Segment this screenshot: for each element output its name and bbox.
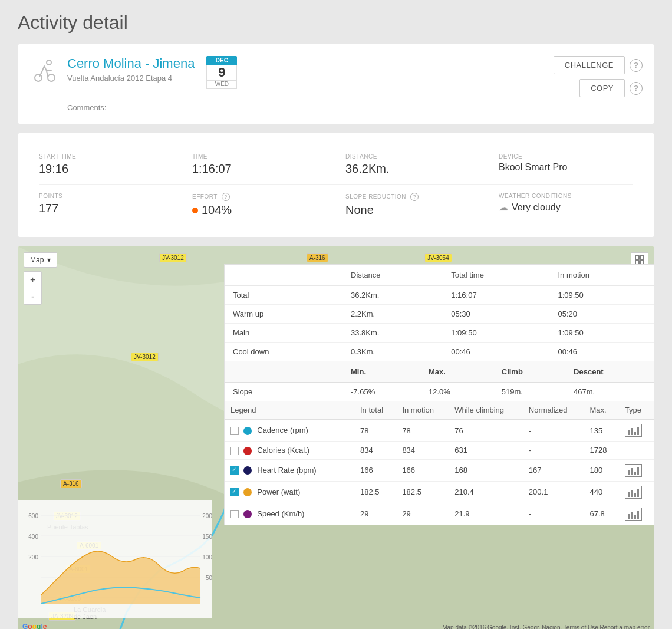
map-controls: Map ▾ xyxy=(24,252,57,268)
legend-normalized-3: 200.1 xyxy=(523,481,584,503)
legend-checkbox-3[interactable] xyxy=(230,488,239,496)
svg-rect-6 xyxy=(635,256,639,259)
legend-col-climbing: While climbing xyxy=(449,401,523,420)
map-type-label: Map xyxy=(30,256,44,264)
slope-help[interactable]: ? xyxy=(410,193,419,201)
slope-row: Slope -7.65% 12.0% 519m. 467m. xyxy=(225,383,654,401)
legend-col-type: Type xyxy=(619,401,654,420)
road-label-jv3012-top: JV-3012 xyxy=(159,253,187,262)
time-value: 1:16:07 xyxy=(192,162,327,176)
zoom-in-button[interactable]: + xyxy=(24,272,41,288)
distance-row-3: Cool down 0.3Km. 00:46 00:46 xyxy=(225,343,654,361)
legend-motion-3: 182.5 xyxy=(396,481,449,503)
page-wrapper: Activity detail Cerro Molina - Jimena Vu… xyxy=(0,0,672,629)
legend-checkbox-4[interactable] xyxy=(230,510,239,518)
segment-distance: 0.3Km. xyxy=(342,343,443,361)
chart-icon-4[interactable] xyxy=(625,508,642,521)
legend-col-max: Max. xyxy=(584,401,619,420)
legend-climbing-2: 168 xyxy=(449,459,523,481)
cyclist-icon xyxy=(29,56,59,85)
challenge-button[interactable]: CHALLENGE xyxy=(554,56,625,74)
activity-subtitle: Vuelta Andalucía 2012 Etapa 4 xyxy=(67,74,195,83)
chart-icon-2[interactable] xyxy=(625,464,642,477)
stats-grid-top: START TIME 19:16 TIME 1:16:07 DISTANCE 3… xyxy=(29,145,643,184)
zoom-out-button[interactable]: - xyxy=(24,288,41,304)
legend-col-total: In total xyxy=(354,401,396,420)
road-label-a316-top: A-316 xyxy=(307,253,328,262)
svg-point-2 xyxy=(48,74,55,81)
distance-label: DISTANCE xyxy=(345,153,480,160)
challenge-row: CHALLENGE ? xyxy=(554,56,643,74)
legend-checkbox-0[interactable] xyxy=(230,427,239,435)
activity-header-card: Cerro Molina - Jimena Vuelta Andalucía 2… xyxy=(18,44,654,124)
segment-label: Cool down xyxy=(225,343,342,361)
activity-header: Cerro Molina - Jimena Vuelta Andalucía 2… xyxy=(29,56,643,97)
legend-name-2: Heart Rate (bpm) xyxy=(225,459,354,481)
slope-max-header: Max. xyxy=(420,361,493,383)
slope-table: Min. Max. Climb Descent Slope -7.65% 12.… xyxy=(225,361,654,401)
stat-start-time: START TIME 19:16 xyxy=(29,145,183,184)
legend-col-name: Legend xyxy=(225,401,354,420)
legend-normalized-4: - xyxy=(523,503,584,525)
road-label-a316-left: A-316 xyxy=(60,479,82,488)
legend-row-0: Cadence (rpm) 78 78 76 - 135 xyxy=(225,420,654,442)
legend-item-name-1: Calories (Kcal.) xyxy=(257,446,309,455)
distance-row-1: Warm up 2.2Km. 05:30 05:20 xyxy=(225,305,654,324)
legend-item-name-2: Heart Rate (bpm) xyxy=(257,466,316,475)
legend-max-4: 67.8 xyxy=(584,503,619,525)
google-logo: Google xyxy=(22,623,47,629)
legend-col-normalized: Normalized xyxy=(523,401,584,420)
stat-distance: DISTANCE 36.2Km. xyxy=(336,145,489,184)
legend-row-4: Speed (Km/h) 29 29 21.9 - 67.8 xyxy=(225,503,654,525)
effort-number: 104% xyxy=(202,203,232,217)
legend-dot-3 xyxy=(243,488,252,496)
map-dropdown-arrow: ▾ xyxy=(47,256,51,264)
legend-checkbox-2[interactable] xyxy=(230,466,239,475)
segment-label: Warm up xyxy=(225,305,342,324)
slope-min: -7.65% xyxy=(342,383,420,401)
stat-points: POINTS 177 xyxy=(29,185,183,225)
map-zoom-controls: + - xyxy=(24,271,42,305)
legend-motion-2: 166 xyxy=(396,459,449,481)
date-weekday: WED xyxy=(206,81,237,89)
svg-text:600: 600 xyxy=(28,513,38,519)
stats-grid-bottom: POINTS 177 EFFORT ? 104% SLOPE REDUCTION… xyxy=(29,185,643,225)
legend-name-4: Speed (Km/h) xyxy=(225,503,354,525)
distance-time-header: Distance Total time In motion xyxy=(225,265,654,286)
segment-label: Main xyxy=(225,324,342,343)
segment-in-motion: 1:09:50 xyxy=(549,324,654,343)
start-time-value: 19:16 xyxy=(39,162,173,176)
legend-chart-0 xyxy=(619,420,654,442)
col-in-motion: In motion xyxy=(549,265,654,286)
legend-climbing-1: 631 xyxy=(449,442,523,460)
copy-help-icon[interactable]: ? xyxy=(630,82,643,95)
effort-label: EFFORT ? xyxy=(192,193,327,201)
legend-row-3: Power (watt) 182.5 182.5 210.4 200.1 440 xyxy=(225,481,654,503)
legend-name-3: Power (watt) xyxy=(225,481,354,503)
map-type-dropdown[interactable]: Map ▾ xyxy=(24,252,57,268)
legend-motion-1: 834 xyxy=(396,442,449,460)
effort-help[interactable]: ? xyxy=(222,193,230,201)
date-day: 9 xyxy=(206,65,237,81)
slope-reduction-label: SLOPE REDUCTION ? xyxy=(345,193,480,201)
legend-motion-4: 29 xyxy=(396,503,449,525)
svg-text:200: 200 xyxy=(28,554,38,561)
slope-climb: 519m. xyxy=(493,383,565,401)
svg-point-1 xyxy=(35,74,42,81)
chart-icon-3[interactable] xyxy=(625,486,642,499)
road-label-jv3012-mid: JV-3012 xyxy=(131,353,159,361)
legend-motion-0: 78 xyxy=(396,420,449,442)
slope-min-header: Min. xyxy=(342,361,420,383)
svg-text:400: 400 xyxy=(28,534,38,540)
copy-button[interactable]: COPY xyxy=(579,79,625,97)
stat-time: TIME 1:16:07 xyxy=(183,145,336,184)
svg-text:50: 50 xyxy=(206,575,212,581)
legend-chart-2 xyxy=(619,459,654,481)
legend-name-0: Cadence (rpm) xyxy=(225,420,354,442)
legend-dot-4 xyxy=(243,510,252,518)
chart-icon-0[interactable] xyxy=(625,424,642,437)
challenge-help-icon[interactable]: ? xyxy=(630,59,643,72)
elevation-chart: 600 400 200 200 150 100 50 xyxy=(18,500,212,618)
legend-max-2: 180 xyxy=(584,459,619,481)
legend-checkbox-1[interactable] xyxy=(230,447,239,455)
